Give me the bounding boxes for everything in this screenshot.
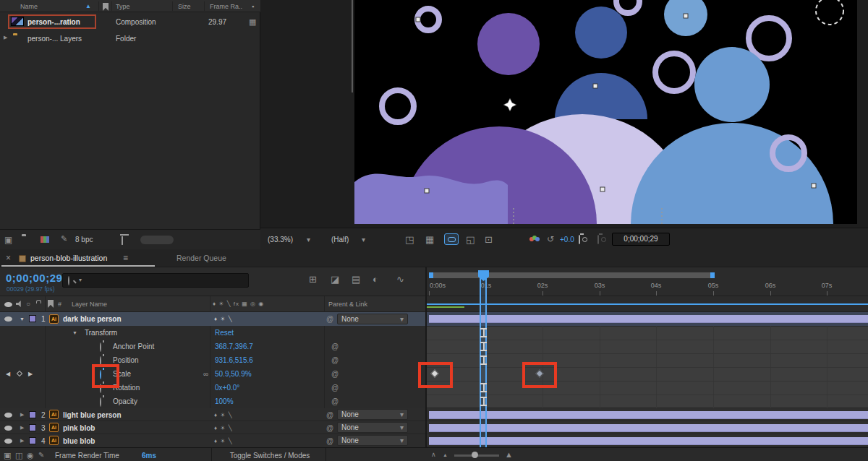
transform-group-row[interactable]: ▼ Transform Reset xyxy=(0,326,425,340)
show-snapshot-icon[interactable] xyxy=(597,235,599,244)
search-input[interactable] xyxy=(88,275,243,285)
layer2-pickwhip-icon[interactable]: @ xyxy=(326,411,333,419)
scale-row[interactable]: ◀ ▶ Scale ∞ 50.9,50.9% @ xyxy=(0,367,425,381)
layer2-twirl-icon[interactable]: ▶ xyxy=(20,412,24,418)
folder-name[interactable]: person-... Layers xyxy=(27,35,82,43)
audio-column-icon[interactable] xyxy=(16,301,22,307)
pencil-status-icon[interactable]: ✎ xyxy=(38,451,44,459)
color-depth-icon[interactable] xyxy=(41,236,49,243)
layer-row-3[interactable]: ▶ 3 Ai pink blob ♦ ☀ ╲ @ None ▾ xyxy=(0,421,425,434)
layer-row-1[interactable]: ▼ 1 Ai dark blue person ♦ ☀ ╲ @ None ▾ xyxy=(0,312,425,326)
next-keyframe-icon[interactable]: ▶ xyxy=(28,371,33,377)
layer2-name[interactable]: light blue person xyxy=(63,411,122,419)
project-settings-icon[interactable]: ▣ xyxy=(4,235,12,245)
parent-link-column[interactable]: Parent & Link xyxy=(328,301,367,308)
opacity-stopwatch-icon[interactable] xyxy=(100,397,101,407)
project-bit-depth[interactable]: 8 bpc xyxy=(75,236,93,244)
timeline-zoom-handle[interactable] xyxy=(472,452,478,458)
position-label[interactable]: Position xyxy=(113,356,139,364)
zoom-in-mountain-icon[interactable]: ▲ xyxy=(505,450,513,459)
column-size[interactable]: Size xyxy=(178,3,191,10)
project-item-composition[interactable]: person-...ration Composition 29.97 ▦ xyxy=(0,14,260,30)
layer1-duration-bar[interactable] xyxy=(429,315,868,323)
previous-keyframe-icon[interactable]: ◀ xyxy=(6,371,10,377)
collapse-panes-icon[interactable]: ▣ xyxy=(4,451,11,460)
add-keyframe-icon[interactable] xyxy=(17,371,22,376)
label-column-icon[interactable] xyxy=(103,3,109,11)
exposure-value[interactable]: +0.0 xyxy=(560,236,574,244)
selection-handle[interactable] xyxy=(593,84,597,88)
layer4-twirl-icon[interactable]: ▶ xyxy=(20,438,24,444)
transparency-grid-icon[interactable]: ▦ xyxy=(425,234,434,245)
snapshot-camera-icon[interactable] xyxy=(579,235,580,244)
layer4-pickwhip-icon[interactable]: @ xyxy=(326,437,333,445)
layer2-eye-icon[interactable] xyxy=(4,413,12,418)
opacity-value[interactable]: 100% xyxy=(215,397,234,405)
anchor-point-row[interactable]: Anchor Point 368.7,396.7 @ xyxy=(0,340,425,353)
layer1-label-swatch[interactable] xyxy=(29,315,36,322)
anchor-point-indicator[interactable] xyxy=(503,98,516,111)
project-item-folder[interactable]: ▶ person-... Layers Folder xyxy=(0,31,260,46)
selection-handle[interactable] xyxy=(812,184,816,188)
zoom-out-mountain-icon[interactable]: ▲ xyxy=(443,452,448,457)
transform-twirl-icon[interactable]: ▼ xyxy=(72,330,77,335)
columns-options-icon[interactable]: ▪ xyxy=(252,3,254,10)
layer2-switches[interactable]: ♦ ☀ ╲ xyxy=(214,412,233,418)
viewer-timecode-box[interactable]: 0;00;00;29 xyxy=(612,233,670,246)
layer2-parent-dropdown[interactable]: None ▾ xyxy=(337,409,408,420)
magnification-caret-icon[interactable]: ▾ xyxy=(307,236,310,244)
number-column[interactable]: # xyxy=(58,301,61,308)
comp-mini-flowchart-icon[interactable]: ⊞ xyxy=(309,274,317,285)
tab-menu-icon[interactable]: ≡ xyxy=(123,253,128,263)
composition-canvas[interactable] xyxy=(354,0,857,224)
layer3-twirl-icon[interactable]: ▶ xyxy=(20,425,24,431)
layer4-duration-bar[interactable] xyxy=(429,437,868,445)
hide-shy-icon[interactable]: ▤ xyxy=(352,274,360,285)
reset-exposure-icon[interactable]: ↺ xyxy=(547,234,554,244)
scale-value[interactable]: 50.9,50.9% xyxy=(215,370,252,378)
draft-3d-icon[interactable]: ◪ xyxy=(331,274,339,285)
toggle-switches-modes-button[interactable]: Toggle Switches / Modes xyxy=(217,452,323,460)
work-area-end-handle[interactable] xyxy=(710,272,715,278)
column-frame-rate[interactable]: Frame Ra.. xyxy=(210,3,242,10)
layer1-switches[interactable]: ♦ ☀ ╲ xyxy=(214,316,233,322)
layer1-name[interactable]: dark blue person xyxy=(63,315,122,323)
video-column-icon[interactable] xyxy=(4,302,12,307)
scroll-thumb[interactable] xyxy=(140,236,174,244)
layer4-name[interactable]: blue blob xyxy=(63,437,95,445)
layer3-parent-dropdown[interactable]: None ▾ xyxy=(337,422,408,433)
layer-switches-icon[interactable]: ◫ xyxy=(15,451,22,460)
selection-handle[interactable] xyxy=(684,14,688,18)
column-name[interactable]: Name xyxy=(20,3,38,10)
layer3-name[interactable]: pink blob xyxy=(63,424,95,432)
trash-icon[interactable] xyxy=(122,236,123,245)
sort-ascending-icon[interactable]: ▲ xyxy=(85,3,91,9)
layer4-switches[interactable]: ♦ ☀ ╲ xyxy=(214,438,233,444)
panel-divider[interactable] xyxy=(425,267,427,447)
collapse-up-icon[interactable]: ∧ xyxy=(431,451,436,458)
transform-reset[interactable]: Reset xyxy=(215,329,234,337)
constrain-proportions-icon[interactable]: ∞ xyxy=(203,370,208,378)
anchor-label[interactable]: Anchor Point xyxy=(113,342,154,350)
layer1-parent-dropdown[interactable]: None ▾ xyxy=(337,314,408,324)
rotation-pickwhip-icon[interactable]: @ xyxy=(331,384,339,392)
resolution-dropdown[interactable]: (Half) xyxy=(331,236,349,244)
layer4-label-swatch[interactable] xyxy=(29,437,36,444)
anchor-value[interactable]: 368.7,396.7 xyxy=(215,342,253,350)
work-area-bar[interactable] xyxy=(429,272,715,278)
tab-render-queue[interactable]: Render Queue xyxy=(176,254,226,262)
layer1-pickwhip-icon[interactable]: @ xyxy=(326,315,333,323)
motion-blur-icon[interactable]: ◐ xyxy=(373,274,378,285)
opacity-pickwhip-icon[interactable]: @ xyxy=(331,397,339,405)
anchor-stopwatch-icon[interactable] xyxy=(100,342,101,352)
live-update-icon[interactable]: ◉ xyxy=(27,451,34,460)
timeline-ruler[interactable]: 0:00s 01s 02s 03s 04s 05s 06s 07s xyxy=(427,267,868,296)
graph-editor-icon[interactable]: ∿ xyxy=(396,274,404,285)
region-of-interest-icon[interactable]: ◱ xyxy=(466,234,475,245)
label-column-icon[interactable] xyxy=(48,300,54,308)
folder-expand-icon[interactable]: ▶ xyxy=(4,35,7,40)
brush-icon[interactable]: ✎ xyxy=(61,234,67,244)
layer-row-2[interactable]: ▶ 2 Ai light blue person ♦ ☀ ╲ @ None ▾ xyxy=(0,408,425,421)
anchor-pickwhip-icon[interactable]: @ xyxy=(331,342,339,350)
layer1-eye-icon[interactable] xyxy=(4,316,12,322)
